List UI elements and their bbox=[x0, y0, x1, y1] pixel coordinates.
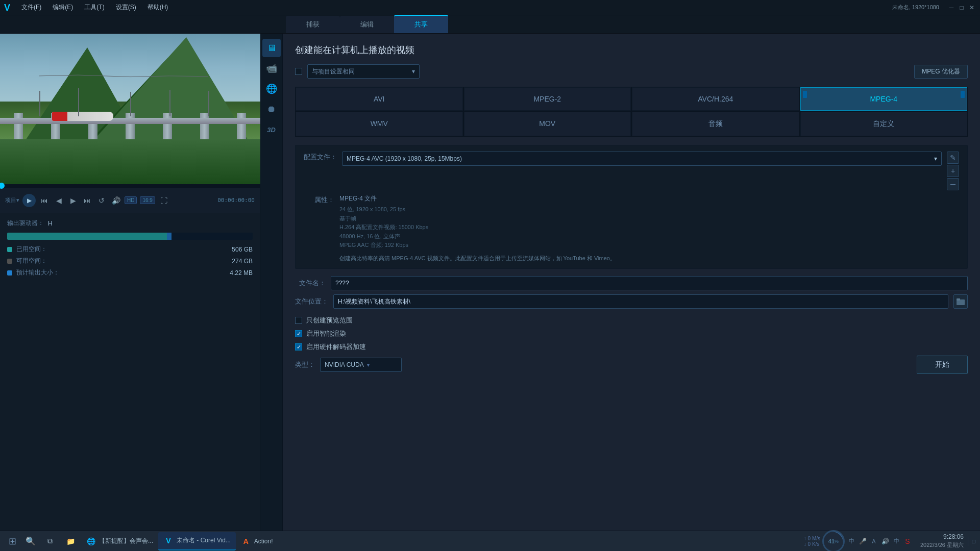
menu-help[interactable]: 帮助(H) bbox=[142, 1, 174, 14]
props-label: 属性： bbox=[304, 194, 334, 205]
type-dropdown[interactable]: NVIDIA CUDA ▾ bbox=[320, 358, 402, 372]
format-mpeg2[interactable]: MPEG-2 bbox=[464, 87, 631, 111]
mic-icon[interactable]: 🎤 bbox=[858, 537, 867, 546]
output-info: 输出驱动器： H 已用空间： 506 GB 可用空间： 274 GB 预计输出大… bbox=[0, 213, 260, 531]
taskbar-edge-label: 【新提醒】会声会... bbox=[99, 537, 153, 545]
hw-decode-label: 启用硬件解码器加速 bbox=[306, 342, 366, 352]
fullscreen-button[interactable]: ⛶ bbox=[158, 195, 169, 206]
volume-icon[interactable]: 🔊 bbox=[880, 537, 890, 546]
taskbar-corel[interactable]: V 未命名 - Corel Vid... bbox=[158, 532, 236, 550]
used-label: 已用空间： bbox=[16, 245, 47, 254]
main-area: 🖥 📹 🌐 ⏺ 3D 创建能在计算机上播放的视频 与项目设置相同 ▾ MPEG … bbox=[260, 34, 980, 531]
options-section: 只创建预览范围 ✓ 启用智能渲染 ✓ 启用硬件解码器加速 类型： NVIDIA … bbox=[295, 316, 968, 374]
timeline-bar[interactable] bbox=[0, 184, 260, 187]
format-avi[interactable]: AVI bbox=[296, 87, 463, 111]
minimize-button[interactable]: ─ bbox=[947, 4, 955, 12]
svg-line-1 bbox=[78, 75, 130, 77]
start-button-taskbar[interactable]: ⊞ bbox=[3, 532, 21, 550]
mpeg-optimizer-button[interactable]: MPEG 优化器 bbox=[914, 65, 968, 79]
filename-input[interactable] bbox=[331, 276, 968, 290]
config-add-button[interactable]: + bbox=[947, 165, 959, 177]
free-val: 274 GB bbox=[232, 258, 253, 265]
side-icons: 🖥 📹 🌐 ⏺ 3D bbox=[260, 34, 283, 531]
format-avc[interactable]: AVC/H.264 bbox=[632, 87, 799, 111]
show-desktop-button[interactable]: □ bbox=[968, 537, 977, 546]
step-forward-button[interactable]: ▶ bbox=[67, 195, 79, 206]
main-nav: 捕获 编辑 共享 bbox=[0, 15, 980, 34]
search-button-taskbar[interactable]: 🔍 bbox=[21, 532, 40, 550]
output-dot bbox=[7, 270, 12, 276]
tab-edit[interactable]: 编辑 bbox=[340, 16, 394, 33]
menu-settings[interactable]: 设置(S) bbox=[111, 1, 141, 14]
main-content: 项目▾ ▶ ⏮ ◀ ▶ ⏭ ↺ 🔊 HD 16:9 ⛶ 00:00:00:00 … bbox=[0, 34, 980, 531]
config-edit-button[interactable]: ✎ bbox=[947, 152, 959, 164]
side-icon-camera[interactable]: 📹 bbox=[262, 59, 281, 78]
used-val: 506 GB bbox=[232, 246, 253, 253]
prev-frame-button[interactable]: ⏮ bbox=[39, 195, 50, 206]
config-actions: ✎ + ─ bbox=[947, 152, 959, 190]
props-line-4: MPEG AAC 音频: 192 Kbps bbox=[339, 241, 959, 250]
maximize-button[interactable]: □ bbox=[958, 4, 966, 12]
input-method-icon[interactable]: 中 bbox=[847, 537, 856, 546]
taskbar-clock[interactable]: 9:28:06 2022/3/26 星期六 bbox=[916, 533, 968, 549]
format-wmv[interactable]: WMV bbox=[296, 112, 463, 136]
window-controls: ─ □ ✕ bbox=[947, 4, 976, 12]
smart-render-label: 启用智能渲染 bbox=[306, 329, 346, 338]
smart-render-checkbox[interactable]: ✓ bbox=[295, 330, 302, 337]
filelocation-input[interactable] bbox=[333, 294, 948, 309]
menu-file[interactable]: 文件(F) bbox=[16, 1, 46, 14]
step-back-button[interactable]: ◀ bbox=[53, 195, 64, 206]
clock-date: 2022/3/26 星期六 bbox=[920, 541, 964, 549]
volume-button[interactable]: 🔊 bbox=[110, 195, 121, 206]
profile-checkbox[interactable] bbox=[295, 68, 302, 75]
config-remove-button[interactable]: ─ bbox=[947, 178, 959, 190]
tab-capture[interactable]: 捕获 bbox=[286, 16, 340, 33]
config-dropdown-arrow: ▾ bbox=[934, 155, 937, 162]
taskbar-action[interactable]: A Action! bbox=[236, 532, 278, 550]
config-dropdown[interactable]: MPEG-4 AVC (1920 x 1080, 25p, 15Mbps) ▾ bbox=[342, 152, 942, 166]
taskbar-edge[interactable]: 🌐 【新提醒】会声会... bbox=[81, 532, 158, 550]
corel-icon: V bbox=[163, 536, 174, 546]
red-icon[interactable]: S bbox=[903, 537, 912, 546]
menu-edit[interactable]: 编辑(E) bbox=[47, 1, 78, 14]
drive-val: H bbox=[48, 220, 53, 227]
format-mov[interactable]: MOV bbox=[464, 112, 631, 136]
lang-icon[interactable]: 中 bbox=[892, 537, 901, 546]
taskbar-explorer[interactable]: 📁 bbox=[60, 532, 81, 550]
drive-used-bar bbox=[7, 233, 167, 240]
taskbar-view-button[interactable]: ⧉ bbox=[40, 532, 60, 550]
side-icon-record[interactable]: ⏺ bbox=[262, 100, 281, 118]
side-icon-web[interactable]: 🌐 bbox=[262, 80, 281, 98]
settings-section: 配置文件： MPEG-4 AVC (1920 x 1080, 25p, 15Mb… bbox=[295, 145, 968, 269]
power-poles bbox=[0, 71, 260, 117]
share-content: 创建能在计算机上播放的视频 与项目设置相同 ▾ MPEG 优化器 AVI MPE… bbox=[283, 34, 980, 531]
next-frame-button[interactable]: ⏭ bbox=[82, 195, 93, 206]
props-description: 创建高比特率的高清 MPEG-4 AVC 视频文件。此配置文件适合用于上传至流媒… bbox=[339, 254, 959, 263]
start-button[interactable]: 开始 bbox=[917, 356, 968, 374]
folder-icon bbox=[957, 298, 965, 305]
menu-bar: 文件(F) 编辑(E) 工具(T) 设置(S) 帮助(H) bbox=[16, 1, 173, 14]
menu-tools[interactable]: 工具(T) bbox=[79, 1, 109, 14]
profile-dropdown[interactable]: 与项目设置相同 ▾ bbox=[307, 64, 420, 79]
config-value: MPEG-4 AVC (1920 x 1080, 25p, 15Mbps) bbox=[347, 155, 462, 162]
close-button[interactable]: ✕ bbox=[968, 4, 976, 12]
loop-button[interactable]: ↺ bbox=[96, 195, 107, 206]
view-icon: ⧉ bbox=[45, 536, 55, 546]
preview-option-row: 只创建预览范围 bbox=[295, 316, 968, 325]
format-custom[interactable]: 自定义 bbox=[800, 112, 968, 136]
format-mpeg4[interactable]: MPEG-4 bbox=[800, 87, 968, 111]
format-audio[interactable]: 音频 bbox=[632, 112, 799, 136]
type-value: NVIDIA CUDA bbox=[325, 361, 364, 368]
side-icon-3d[interactable]: 3D bbox=[262, 120, 281, 139]
system-tray: ↑ 0 M/s ↓ 0 K/s 41 % 中 🎤 A 🔊 中 S bbox=[800, 530, 916, 552]
preview-checkbox[interactable] bbox=[295, 317, 302, 324]
video-controls: 项目▾ ▶ ⏮ ◀ ▶ ⏭ ↺ 🔊 HD 16:9 ⛶ 00:00:00:00 bbox=[0, 187, 260, 213]
svg-line-3 bbox=[169, 76, 209, 77]
play-button[interactable]: ▶ bbox=[22, 194, 36, 207]
tab-share[interactable]: 共享 bbox=[394, 15, 448, 33]
file-browse-button[interactable] bbox=[953, 294, 968, 309]
side-icon-monitor[interactable]: 🖥 bbox=[262, 39, 281, 57]
preview-label: 只创建预览范围 bbox=[306, 316, 353, 325]
hw-decode-checkbox[interactable]: ✓ bbox=[295, 343, 302, 350]
keyboard-icon[interactable]: A bbox=[869, 537, 878, 546]
